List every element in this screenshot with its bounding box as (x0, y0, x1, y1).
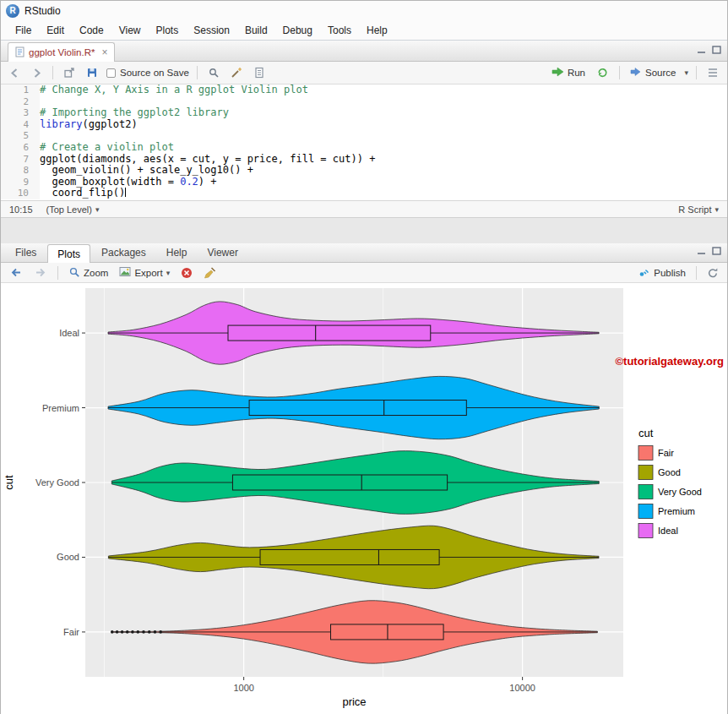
legend-title: cut (638, 427, 654, 439)
menu-item-file[interactable]: File (8, 22, 39, 39)
refresh-icon[interactable] (704, 265, 721, 281)
y-category-label: Good (57, 552, 79, 562)
file-type-selector[interactable]: R Script ▾ (678, 204, 719, 215)
code-line-8[interactable]: 8 geom_violin() + scale_y_log10() + (1, 165, 727, 177)
minimize-pane-icon[interactable] (697, 247, 706, 255)
code-text: coord_flip() (40, 188, 126, 199)
save-icon[interactable] (84, 65, 101, 80)
line-number: 4 (1, 119, 40, 131)
menu-item-debug[interactable]: Debug (275, 22, 320, 39)
plots-toolbar: Zoom Export ▾ Publish (1, 263, 727, 283)
tab-help[interactable]: Help (157, 243, 197, 262)
code-editor[interactable]: 1# Change X, Y Axis in a R ggplot Violin… (1, 84, 727, 200)
app-title: RStudio (24, 5, 61, 17)
scope-label: (Top Level) (46, 204, 92, 215)
x-axis-title: price (342, 695, 366, 708)
publish-label: Publish (654, 268, 686, 278)
zoom-label: Zoom (84, 268, 108, 278)
y-category-label: Fair (63, 627, 79, 637)
remove-plot-icon[interactable] (178, 265, 195, 281)
source-document-tab[interactable]: ggplot Violin.R* × (8, 42, 115, 62)
tab-files[interactable]: Files (6, 243, 46, 262)
code-line-2[interactable]: 2 (1, 96, 727, 108)
code-line-10[interactable]: 10 coord_flip() (1, 188, 727, 199)
publish-button[interactable]: Publish (635, 264, 688, 281)
y-category-label: Ideal (59, 328, 79, 338)
source-on-save-label: Source on Save (120, 68, 189, 78)
magic-wand-icon[interactable] (228, 65, 245, 80)
r-script-file-icon (15, 46, 24, 59)
boxplot-fair (331, 624, 444, 640)
editor-lines: 1# Change X, Y Axis in a R ggplot Violin… (1, 84, 727, 199)
maximize-pane-icon[interactable] (712, 46, 721, 54)
watermark: ©tutorialgateway.org (615, 355, 724, 368)
legend-label-fair: Fair (658, 448, 674, 458)
menu-item-plots[interactable]: Plots (149, 22, 187, 39)
nav-back-icon[interactable] (7, 66, 23, 80)
search-icon[interactable] (205, 65, 222, 80)
code-line-1[interactable]: 1# Change X, Y Axis in a R ggplot Violin… (1, 84, 727, 96)
line-number: 7 (1, 154, 40, 166)
line-number: 6 (1, 142, 40, 154)
x-tick-label: 10000 (509, 683, 535, 693)
boxplot-ideal (228, 325, 431, 341)
checkbox-box (106, 68, 116, 78)
maximize-pane-icon[interactable] (712, 247, 721, 255)
code-text: ggplot(diamonds, aes(x = cut, y = price,… (40, 154, 375, 166)
menu-bar: FileEditCodeViewPlotsSessionBuildDebugTo… (1, 21, 727, 40)
nav-forward-icon[interactable] (29, 66, 45, 80)
code-text: # Importing the ggplot2 library (40, 107, 229, 119)
text-cursor (125, 188, 126, 197)
source-dropdown-caret-icon[interactable]: ▾ (684, 68, 688, 77)
line-number: 3 (1, 107, 40, 119)
compile-report-icon[interactable] (251, 65, 268, 80)
document-outline-icon[interactable] (704, 66, 721, 79)
zoom-button[interactable]: Zoom (66, 264, 111, 281)
line-number: 1 (1, 84, 40, 96)
rerun-icon[interactable] (594, 65, 611, 80)
clear-all-plots-broom-icon[interactable] (201, 265, 219, 281)
tab-viewer[interactable]: Viewer (198, 243, 247, 262)
source-on-save-checkbox[interactable]: Source on Save (106, 68, 189, 78)
run-button[interactable]: Run (549, 65, 588, 80)
menu-item-help[interactable]: Help (359, 22, 395, 39)
tab-packages[interactable]: Packages (92, 243, 155, 262)
doc-tab-title: ggplot Violin.R* (29, 47, 95, 57)
file-type-label: R Script (678, 204, 711, 215)
source-icon (630, 67, 642, 79)
code-line-5[interactable]: 5 (1, 130, 727, 142)
menu-item-edit[interactable]: Edit (39, 22, 72, 39)
menu-item-build[interactable]: Build (237, 22, 275, 39)
scope-caret-icon: ▾ (95, 205, 100, 214)
source-button[interactable]: Source (627, 65, 678, 80)
code-line-7[interactable]: 7ggplot(diamonds, aes(x = cut, y = price… (1, 154, 727, 166)
code-line-3[interactable]: 3# Importing the ggplot2 library (1, 107, 727, 119)
cursor-position: 10:15 (9, 204, 33, 215)
pane-splitter[interactable] (1, 217, 727, 243)
title-bar: R RStudio (1, 1, 727, 21)
minimize-pane-icon[interactable] (697, 46, 706, 54)
next-plot-icon[interactable] (31, 265, 50, 280)
source-status-bar: 10:15 (Top Level) ▾ R Script ▾ (1, 200, 727, 217)
code-text: library(ggplot2) (40, 119, 138, 131)
y-axis-title: cut (3, 475, 15, 490)
tab-close-icon[interactable]: × (101, 46, 107, 58)
code-line-6[interactable]: 6# Create a violin plot (1, 142, 727, 154)
legend-label-ideal: Ideal (658, 526, 678, 536)
menu-item-session[interactable]: Session (186, 22, 237, 39)
code-line-9[interactable]: 9 geom_boxplot(width = 0.2) + (1, 177, 727, 188)
line-number: 8 (1, 165, 40, 177)
previous-plot-icon[interactable] (7, 265, 25, 280)
code-line-4[interactable]: 4library(ggplot2) (1, 119, 727, 131)
menu-item-tools[interactable]: Tools (320, 22, 359, 39)
menu-item-code[interactable]: Code (72, 22, 111, 39)
scope-selector[interactable]: (Top Level) ▾ (46, 204, 100, 215)
y-category-label: Premium (42, 403, 79, 413)
popout-window-icon[interactable] (61, 65, 78, 80)
menu-item-view[interactable]: View (111, 22, 149, 39)
file-type-caret-icon: ▾ (714, 205, 719, 214)
tab-plots[interactable]: Plots (47, 244, 90, 263)
boxplot-good (260, 549, 439, 564)
export-button[interactable]: Export ▾ (117, 264, 172, 281)
source-toolbar: Source on Save Run Source ▾ (1, 62, 727, 84)
